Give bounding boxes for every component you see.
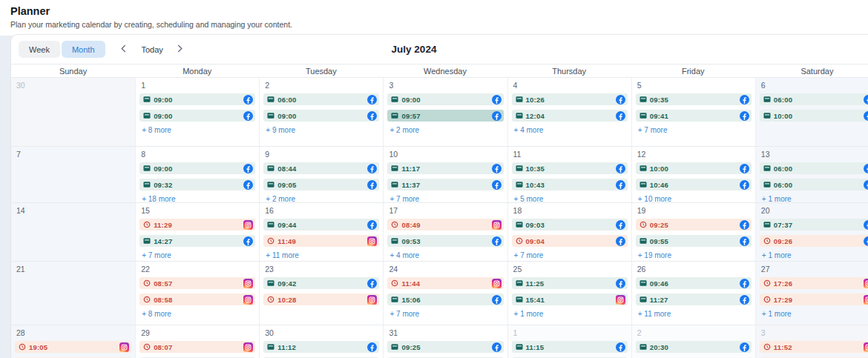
event-chip[interactable]: 06:00: [760, 162, 868, 174]
event-chip[interactable]: 09:03: [512, 219, 628, 231]
event-chip[interactable]: 09:00: [387, 93, 503, 105]
more-events-link[interactable]: + 8 more: [142, 126, 255, 134]
day-cell[interactable]: 2 20:30: [631, 325, 755, 358]
event-chip[interactable]: 09:25: [387, 341, 503, 353]
day-cell[interactable]: 31 09:25 10:41: [383, 325, 507, 358]
event-chip[interactable]: 08:07: [139, 341, 255, 353]
event-chip[interactable]: 07:37: [760, 219, 868, 231]
event-chip[interactable]: 09:32: [139, 179, 255, 190]
day-cell[interactable]: 25 11:25 15:41 + 1 more: [507, 262, 631, 325]
event-chip[interactable]: 10:00: [636, 162, 752, 174]
day-cell[interactable]: 1 09:00 09:00 + 8 more: [135, 78, 259, 146]
event-chip[interactable]: 11:29: [139, 219, 255, 231]
event-chip[interactable]: 10:35: [512, 162, 628, 174]
day-cell[interactable]: 15 11:29 14:27 + 7 more: [135, 203, 259, 261]
week-view-button[interactable]: Week: [19, 41, 60, 58]
event-chip[interactable]: 15:41: [512, 294, 628, 305]
event-chip[interactable]: 11:52: [760, 341, 868, 353]
event-chip[interactable]: 15:06: [387, 294, 503, 305]
more-events-link[interactable]: + 1 more: [514, 310, 628, 318]
more-events-link[interactable]: + 7 more: [142, 251, 255, 259]
more-events-link[interactable]: + 7 more: [389, 195, 503, 202]
event-chip[interactable]: 11:25: [512, 277, 628, 289]
day-cell[interactable]: 28 19:05 20:11: [11, 325, 135, 358]
day-cell[interactable]: 29 08:07 10:30: [135, 325, 259, 358]
day-cell[interactable]: 4 10:26 12:04 + 4 more: [507, 78, 631, 146]
day-cell[interactable]: 14: [11, 203, 135, 261]
event-chip[interactable]: 19:05: [15, 341, 131, 353]
event-chip[interactable]: 11:44: [387, 277, 503, 289]
event-chip[interactable]: 10:26: [512, 93, 628, 105]
event-chip[interactable]: 08:44: [263, 162, 379, 174]
more-events-link[interactable]: + 2 more: [266, 195, 379, 202]
more-events-link[interactable]: + 11 more: [266, 251, 379, 259]
more-events-link[interactable]: + 4 more: [514, 126, 628, 134]
event-chip[interactable]: 09:05: [263, 179, 379, 190]
day-cell[interactable]: 8 09:00 09:32 + 18 more: [135, 147, 259, 202]
event-chip[interactable]: 09:00: [263, 110, 379, 122]
day-cell[interactable]: 26 09:46 11:27 + 11 more: [631, 262, 755, 325]
event-chip[interactable]: 11:12: [263, 341, 379, 353]
day-cell[interactable]: 18 09:03 09:04 + 7 more: [507, 203, 631, 261]
event-chip[interactable]: 09:00: [139, 162, 255, 174]
event-chip[interactable]: 17:29: [760, 294, 868, 305]
more-events-link[interactable]: + 19 more: [638, 251, 752, 259]
event-chip[interactable]: 08:58: [139, 294, 255, 305]
event-chip[interactable]: 10:00: [760, 110, 868, 122]
day-cell[interactable]: 24 11:44 15:06 + 7 more: [383, 262, 507, 325]
event-chip[interactable]: 09:04: [512, 235, 628, 247]
day-cell[interactable]: 5 09:35 09:41 + 7 more: [631, 78, 755, 146]
day-cell[interactable]: 9 08:44 09:05 + 2 more: [259, 147, 383, 202]
event-chip[interactable]: 12:04: [512, 110, 628, 122]
day-cell[interactable]: 7: [11, 147, 135, 202]
day-cell[interactable]: 17 08:49 09:53 + 4 more: [383, 203, 507, 261]
more-events-link[interactable]: + 7 more: [389, 310, 503, 318]
event-chip[interactable]: 10:28: [263, 294, 379, 305]
event-chip[interactable]: 11:17: [387, 162, 503, 174]
event-chip[interactable]: 10:46: [636, 179, 752, 190]
day-cell[interactable]: 12 10:00 10:46 + 10 more: [631, 147, 755, 202]
event-chip[interactable]: 09:35: [636, 93, 752, 105]
event-chip[interactable]: 09:25: [636, 219, 752, 231]
event-chip[interactable]: 09:00: [139, 93, 255, 105]
event-chip[interactable]: 06:00: [760, 93, 868, 105]
event-chip[interactable]: 10:43: [512, 179, 628, 190]
event-chip[interactable]: 09:44: [263, 219, 379, 231]
day-cell[interactable]: 27 17:26 17:29 + 1 more: [755, 262, 868, 325]
more-events-link[interactable]: + 2 more: [389, 126, 503, 134]
more-events-link[interactable]: + 5 more: [514, 195, 628, 202]
more-events-link[interactable]: + 7 more: [638, 126, 752, 134]
event-chip[interactable]: 11:49: [263, 235, 379, 247]
event-chip[interactable]: 09:46: [636, 277, 752, 289]
next-period-button[interactable]: [172, 41, 188, 58]
day-cell[interactable]: 16 09:44 11:49 + 11 more: [259, 203, 383, 261]
previous-period-button[interactable]: [116, 41, 131, 58]
day-cell[interactable]: 23 09:42 10:28: [259, 262, 383, 325]
event-chip[interactable]: 09:42: [263, 277, 379, 289]
day-cell[interactable]: 13 06:00 06:00 + 1 more: [755, 147, 868, 202]
more-events-link[interactable]: + 11 more: [638, 310, 752, 318]
event-chip[interactable]: 09:26: [760, 235, 868, 247]
today-button[interactable]: Today: [137, 42, 168, 57]
event-chip[interactable]: 17:26: [760, 277, 868, 289]
day-cell[interactable]: 20 07:37 09:26 + 1 more: [755, 203, 868, 261]
event-chip[interactable]: 11:37: [387, 179, 503, 190]
more-events-link[interactable]: + 10 more: [638, 195, 752, 202]
more-events-link[interactable]: + 7 more: [514, 251, 628, 259]
more-events-link[interactable]: + 9 more: [266, 126, 379, 134]
day-cell[interactable]: 30: [11, 78, 135, 146]
event-chip[interactable]: 08:49: [387, 219, 503, 231]
event-chip[interactable]: 08:57: [139, 277, 255, 289]
more-events-link[interactable]: + 1 more: [762, 251, 868, 259]
day-cell[interactable]: 30 11:12 17:33: [259, 325, 383, 358]
day-cell[interactable]: 10 11:17 11:37 + 7 more: [383, 147, 507, 202]
event-chip[interactable]: 20:30: [636, 341, 752, 353]
event-chip[interactable]: 11:15: [512, 341, 628, 353]
event-chip[interactable]: 06:00: [760, 179, 868, 190]
event-chip[interactable]: 09:41: [636, 110, 752, 122]
event-chip[interactable]: 09:53: [387, 235, 503, 247]
more-events-link[interactable]: + 4 more: [389, 251, 503, 259]
day-cell[interactable]: 3 09:00 09:57 + 2 more: [383, 78, 507, 146]
more-events-link[interactable]: + 1 more: [762, 195, 868, 202]
day-cell[interactable]: 1 11:15 11:52: [507, 325, 631, 358]
